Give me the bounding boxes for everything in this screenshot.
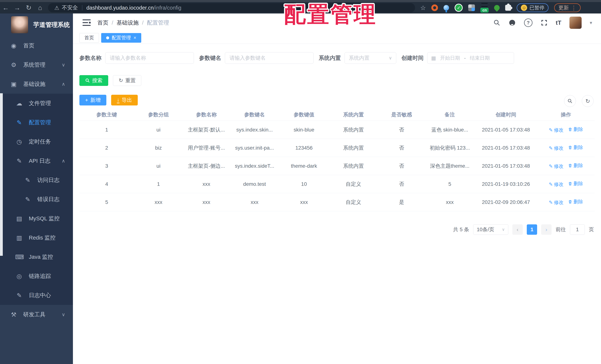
app-title: 芋道管理系统 (33, 21, 70, 29)
sidebar-item-access-logs[interactable]: ✎ 访问日志 (0, 171, 73, 190)
extension-translate-icon[interactable]: cn (481, 3, 489, 12)
help-icon[interactable]: ? (524, 19, 532, 27)
col-header-remark: 备注 (425, 109, 474, 121)
sidebar-item-error-logs[interactable]: ✎ 错误日志 (0, 190, 73, 209)
refresh-icon: ↻ (119, 78, 123, 83)
export-button[interactable]: ↓ 导出 (111, 95, 138, 105)
cell-builtin: 自定义 (329, 175, 378, 193)
close-tab-icon[interactable]: × (133, 35, 136, 41)
bookmark-star-icon[interactable]: ☆ (420, 4, 426, 11)
font-size-icon[interactable]: tT (556, 19, 561, 26)
extensions-puzzle-icon[interactable] (505, 5, 511, 11)
edit-link[interactable]: ✎修改 (549, 163, 563, 170)
browser-update-button[interactable]: 更新 ⋮ (554, 3, 581, 12)
toggle-search-button[interactable] (564, 95, 576, 107)
browser-reload-icon[interactable]: ↻ (23, 4, 34, 12)
goto-page-input[interactable] (570, 224, 585, 235)
builtin-type-select[interactable]: 系统内置 ∨ (345, 52, 396, 64)
delete-link[interactable]: 删除 (568, 126, 583, 133)
eye-icon: ◎ (15, 273, 23, 280)
breadcrumb-infrastructure[interactable]: 基础设施 (117, 19, 139, 27)
user-avatar[interactable] (570, 17, 582, 29)
search-icon (85, 78, 90, 83)
edit-link[interactable]: ✎修改 (549, 127, 563, 133)
sidebar-item-scheduled-tasks[interactable]: ◷ 定时任务 (0, 132, 73, 151)
sidebar-item-label: 系统管理 (23, 61, 45, 69)
tab-config-management[interactable]: 配置管理 × (101, 33, 141, 43)
chevron-up-icon: ∧ (62, 158, 65, 164)
param-key-input[interactable] (225, 52, 313, 64)
delete-link[interactable]: 删除 (568, 162, 583, 169)
delete-link[interactable]: 删除 (568, 199, 583, 205)
edit-icon: ✎ (549, 127, 553, 133)
translate-cn-badge: cn (481, 8, 489, 12)
next-page-button[interactable]: › (541, 224, 551, 235)
search-icon[interactable] (493, 19, 500, 26)
delete-link[interactable]: 删除 (568, 181, 583, 187)
col-header-value: 参数键值 (279, 109, 329, 121)
sidebar-item-log-center[interactable]: ✎ 日志中心 (0, 286, 73, 305)
col-header-name: 参数名称 (183, 109, 230, 121)
reset-button[interactable]: ↻ 重置 (113, 75, 141, 86)
tab-home[interactable]: 首页 (80, 33, 99, 43)
github-icon[interactable] (509, 19, 516, 26)
edit-square-icon: ✎ (15, 119, 23, 126)
col-header-sensitive: 是否敏感 (378, 109, 425, 121)
edit-link[interactable]: ✎修改 (549, 181, 563, 188)
sidebar-item-infrastructure[interactable]: ▣ 基础设施 ∧ (0, 74, 73, 94)
sidebar-item-api-logs[interactable]: ✎ API 日志 ∧ (0, 151, 73, 171)
sidebar-item-label: 错误日志 (37, 196, 60, 203)
sidebar-item-file-management[interactable]: ☁ 文件管理 (0, 94, 73, 113)
prev-page-button[interactable]: ‹ (512, 224, 523, 235)
sidebar-item-system-management[interactable]: ⚙ 系统管理 ∨ (0, 55, 73, 74)
extension-pin-icon[interactable] (443, 5, 449, 10)
avatar-caret-down-icon[interactable]: ▾ (590, 20, 592, 26)
extension-check-icon[interactable]: ✓ (455, 4, 463, 12)
page-size-select[interactable]: 10条/页 ∨ (473, 224, 508, 235)
cell-created: 2021-01-05 17:03:48 (474, 157, 537, 175)
edit-link[interactable]: ✎修改 (549, 199, 563, 206)
sidebar-item-mysql-monitor[interactable]: ▤ MySQL 监控 (0, 209, 73, 228)
sidebar-item-java-monitor[interactable]: ⌨ Java 监控 (0, 247, 73, 266)
cell-actions: ✎修改删除 (537, 121, 595, 139)
sidebar-item-trace[interactable]: ◎ 链路追踪 (0, 266, 73, 286)
cache-icon: ▥ (15, 234, 23, 241)
gear-icon: ⚙ (10, 61, 18, 69)
security-label[interactable]: 不安全 (62, 4, 78, 11)
trash-icon (568, 163, 572, 168)
collapse-sidebar-icon[interactable] (82, 19, 91, 26)
current-page-button[interactable]: 1 (527, 224, 537, 235)
sidebar-item-redis-monitor[interactable]: ▥ Redis 监控 (0, 228, 73, 247)
browser-forward-icon[interactable]: → (11, 4, 23, 12)
browser-back-icon[interactable]: ← (0, 4, 11, 12)
app-logo-row[interactable]: 芋道管理系统 (0, 13, 73, 36)
date-range-picker[interactable]: ▦ 开始日期 - 结束日期 (427, 52, 514, 64)
cell-sensitive: 否 (378, 139, 425, 157)
search-button[interactable]: 搜索 (80, 75, 108, 86)
cell-value: xxx (279, 193, 329, 211)
sidebar-item-config-management[interactable]: ✎ 配置管理 (0, 113, 73, 132)
cell-id: 5 (80, 193, 134, 211)
sidebar-item-dev-tools[interactable]: ⚒ 研发工具 ∨ (0, 305, 73, 324)
sidebar-item-home[interactable]: ◉ 首页 (0, 36, 73, 55)
extension-orange-icon[interactable] (431, 4, 438, 11)
browser-menu-dots-icon[interactable]: ⋮ (571, 5, 576, 11)
paused-badge[interactable]: ☺ 已暂停 (517, 3, 549, 12)
delete-link[interactable]: 删除 (568, 144, 583, 151)
cell-id: 4 (80, 175, 134, 193)
param-name-input[interactable] (105, 52, 194, 64)
cell-sensitive: 否 (378, 121, 425, 139)
chevron-down-icon: ∨ (389, 55, 392, 61)
sidebar-scrollbar[interactable] (0, 93, 3, 256)
extension-leaf-icon[interactable] (493, 4, 501, 12)
url-host: dashboard.yudao.iocoder.cn (86, 5, 154, 11)
address-bar[interactable]: ⚠ 不安全 dashboard.yudao.iocoder.cn/infra/c… (48, 3, 415, 12)
extension-grid-icon[interactable] (468, 4, 475, 11)
date-end-placeholder: 结束日期 (470, 55, 490, 61)
create-button[interactable]: + 新增 (80, 95, 106, 105)
browser-home-icon[interactable]: ⌂ (34, 4, 46, 12)
edit-link[interactable]: ✎修改 (549, 145, 563, 152)
breadcrumb-home[interactable]: 首页 (97, 19, 108, 27)
fullscreen-icon[interactable] (541, 19, 548, 26)
refresh-table-button[interactable]: ↻ (582, 95, 594, 107)
